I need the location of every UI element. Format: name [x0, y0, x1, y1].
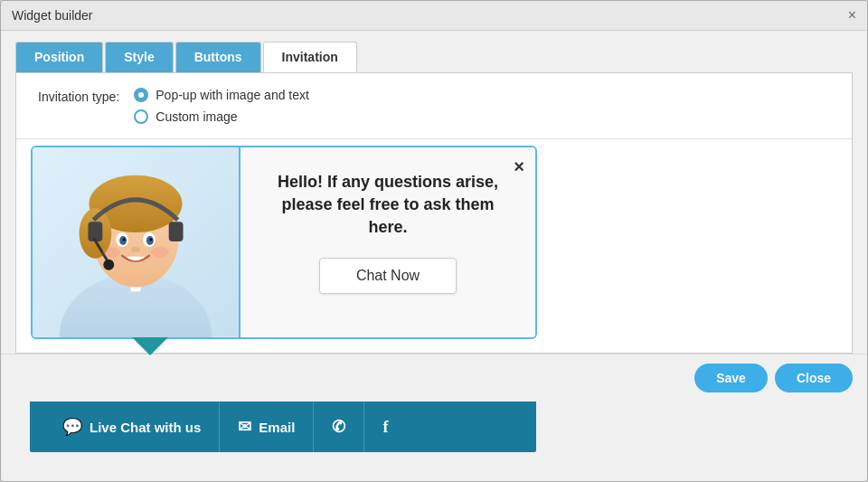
popup-close-x[interactable]: ×: [514, 156, 524, 177]
svg-point-19: [151, 247, 169, 258]
widget-bar-phone[interactable]: ✆: [314, 402, 364, 452]
popup-text-area: × Hello! If any questions arise, please …: [241, 147, 535, 337]
email-label: Email: [259, 420, 295, 435]
radio-popup-label: Pop-up with image and text: [156, 88, 309, 102]
content-area: Invitation type: Pop-up with image and t…: [15, 72, 853, 354]
preview-area: × Hello! If any questions arise, please …: [31, 146, 852, 353]
livechat-label: Live Chat with us: [90, 420, 201, 435]
svg-rect-15: [169, 222, 184, 241]
radio-custom[interactable]: Custom image: [134, 109, 309, 124]
radio-custom-label: Custom image: [156, 109, 237, 124]
tab-invitation[interactable]: Invitation: [263, 42, 357, 72]
invitation-type-section: Invitation type: Pop-up with image and t…: [16, 73, 852, 139]
svg-point-17: [103, 260, 114, 270]
widget-bar-livechat[interactable]: 💬 Live Chat with us: [44, 402, 220, 452]
svg-point-11: [123, 239, 126, 241]
dialog-close-button[interactable]: ×: [848, 8, 856, 23]
tab-buttons[interactable]: Buttons: [175, 42, 261, 72]
svg-point-18: [102, 247, 120, 258]
chat-icon: 💬: [62, 417, 82, 437]
phone-icon: ✆: [332, 417, 345, 437]
radio-popup-circle: [134, 88, 148, 102]
widget-bar: 💬 Live Chat with us ✉ Email ✆ f: [30, 402, 536, 452]
agent-image: [33, 147, 239, 337]
invitation-type-label: Invitation type:: [38, 88, 119, 104]
chat-now-button[interactable]: Chat Now: [319, 258, 457, 294]
dialog-footer: Save Close: [1, 354, 867, 402]
widget-bar-facebook[interactable]: f: [364, 402, 406, 452]
widget-builder-dialog: Widget builder × Position Style Buttons …: [0, 0, 868, 482]
svg-point-12: [149, 239, 152, 241]
popup-preview: × Hello! If any questions arise, please …: [31, 146, 537, 339]
svg-point-13: [131, 247, 140, 252]
dialog-body: Position Style Buttons Invitation Invita…: [1, 31, 867, 481]
dialog-title: Widget builder: [12, 8, 93, 23]
dialog-titlebar: Widget builder ×: [1, 1, 867, 31]
bottom-bar-wrapper: 💬 Live Chat with us ✉ Email ✆ f: [1, 402, 867, 481]
save-button[interactable]: Save: [694, 364, 768, 392]
widget-bar-email[interactable]: ✉ Email: [220, 402, 314, 452]
popup-image-area: [33, 147, 241, 337]
radio-group: Pop-up with image and text Custom image: [134, 88, 309, 124]
facebook-icon: f: [382, 418, 388, 437]
tabs-bar: Position Style Buttons Invitation: [1, 31, 867, 72]
tab-position[interactable]: Position: [15, 42, 103, 72]
radio-custom-circle: [134, 109, 148, 124]
popup-triangle: [132, 337, 168, 355]
radio-popup[interactable]: Pop-up with image and text: [134, 88, 309, 102]
popup-message: Hello! If any questions arise, please fe…: [255, 171, 521, 240]
tab-style[interactable]: Style: [105, 42, 173, 72]
close-button[interactable]: Close: [775, 364, 853, 392]
email-icon: ✉: [238, 417, 251, 437]
